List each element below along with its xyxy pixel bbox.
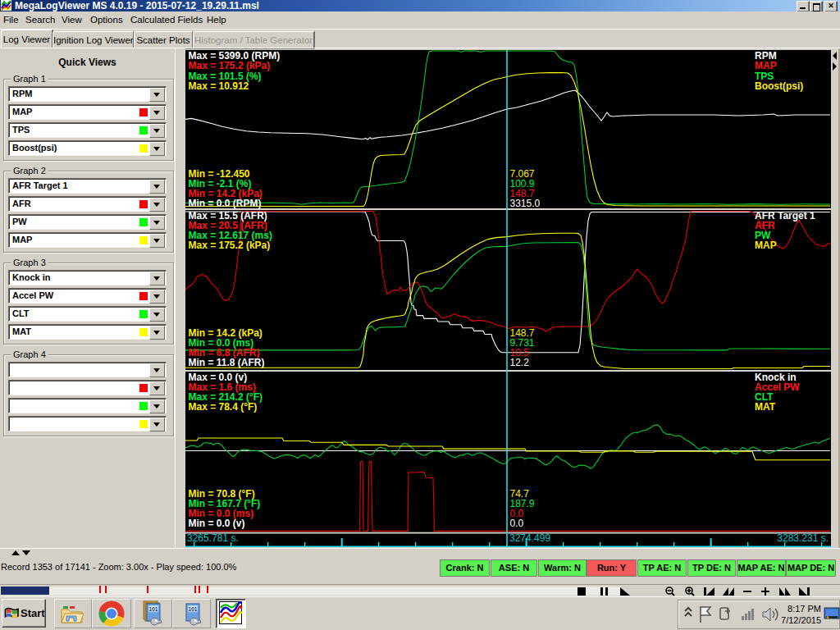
svg-text:3315.0: 3315.0 [510, 198, 541, 209]
svg-text:MAP: MAP [755, 240, 777, 251]
svg-text:Max = 10.912: Max = 10.912 [189, 80, 249, 92]
svg-text:101: 101 [189, 606, 198, 612]
svg-text:Min = 0.0 (v): Min = 0.0 (v) [189, 518, 245, 529]
svg-text:MAT: MAT [755, 401, 776, 413]
svg-text:0.0: 0.0 [510, 518, 524, 529]
svg-text:12.2: 12.2 [510, 357, 530, 368]
svg-text:Max = 175.2 (kPa): Max = 175.2 (kPa) [189, 240, 271, 251]
svg-text:3283.231 s.: 3283.231 s. [777, 532, 829, 544]
svg-text:Min = 11.8 (AFR): Min = 11.8 (AFR) [189, 357, 265, 368]
svg-text:Max = 78.4 (°F): Max = 78.4 (°F) [189, 401, 258, 413]
svg-text:3274.499: 3274.499 [509, 532, 550, 544]
svg-text:Boost(psi): Boost(psi) [755, 80, 803, 92]
svg-text:Min = 0.0 (RPM): Min = 0.0 (RPM) [189, 198, 262, 209]
svg-text:3265.781 s.: 3265.781 s. [187, 532, 239, 544]
svg-text:101: 101 [149, 606, 158, 612]
